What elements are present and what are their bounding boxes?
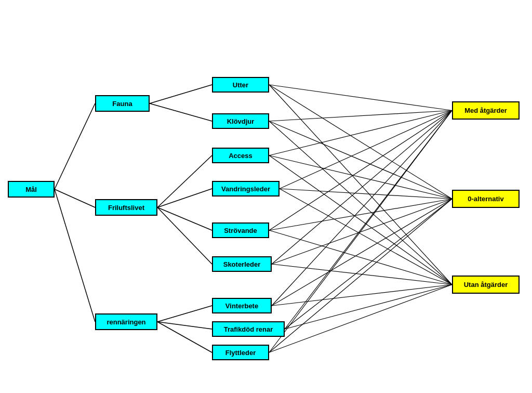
node-friluftslivet: Friluftslivet [95, 199, 157, 216]
svg-line-7 [157, 207, 212, 230]
svg-line-24 [269, 111, 452, 231]
svg-line-35 [285, 285, 452, 330]
node-rennäringen: rennäringen [95, 313, 157, 330]
svg-line-14 [269, 85, 452, 285]
node-skoterleder: Skoterleder [212, 256, 272, 272]
node-vandringsleder: Vandringsleder [212, 181, 280, 197]
node-vinterbete: Vinterbete [212, 298, 272, 313]
svg-line-11 [157, 322, 212, 352]
svg-line-17 [269, 121, 452, 285]
node-klovdjur: Klövdjur [212, 113, 269, 129]
diagram: MålFaunaFriluftslivetrennäringenUtterKlö… [0, 0, 532, 393]
node-flyttleder: Flyttleder [212, 345, 269, 360]
node-strovande: Strövande [212, 222, 269, 238]
svg-line-37 [269, 199, 452, 353]
svg-line-0 [55, 103, 95, 189]
svg-line-36 [269, 111, 452, 353]
svg-line-27 [272, 111, 452, 265]
node-access: Access [212, 148, 269, 163]
node-trafikdod: Trafikdöd renar [212, 321, 285, 337]
node-fauna: Fauna [95, 95, 150, 112]
svg-line-29 [272, 264, 452, 285]
svg-line-32 [272, 285, 452, 306]
svg-line-34 [285, 199, 452, 330]
svg-line-18 [269, 111, 452, 156]
svg-line-21 [280, 111, 452, 189]
node-nollalternativ: 0-alternativ [452, 190, 520, 208]
svg-line-30 [272, 111, 452, 306]
svg-line-10 [157, 322, 212, 329]
node-utter: Utter [212, 77, 269, 93]
svg-line-33 [285, 111, 452, 330]
svg-line-4 [150, 103, 212, 121]
node-mal: Mål [8, 181, 55, 198]
svg-line-12 [269, 85, 452, 111]
svg-line-16 [269, 121, 452, 199]
svg-line-28 [272, 199, 452, 265]
svg-line-3 [150, 85, 212, 103]
svg-line-1 [55, 189, 95, 207]
svg-line-26 [269, 230, 452, 285]
svg-line-9 [157, 306, 212, 322]
svg-line-20 [269, 155, 452, 285]
svg-line-8 [157, 207, 212, 264]
svg-line-6 [157, 189, 212, 207]
svg-line-19 [269, 155, 452, 199]
node-utatgarder: Utan åtgärder [452, 276, 520, 294]
svg-line-38 [269, 285, 452, 353]
svg-line-22 [280, 189, 452, 199]
svg-line-25 [269, 199, 452, 231]
svg-line-2 [55, 189, 95, 322]
svg-line-15 [269, 111, 452, 122]
node-medatgarder: Med åtgärder [452, 101, 520, 120]
svg-line-13 [269, 85, 452, 199]
svg-line-5 [157, 155, 212, 207]
svg-line-31 [272, 199, 452, 306]
svg-line-23 [280, 189, 452, 285]
